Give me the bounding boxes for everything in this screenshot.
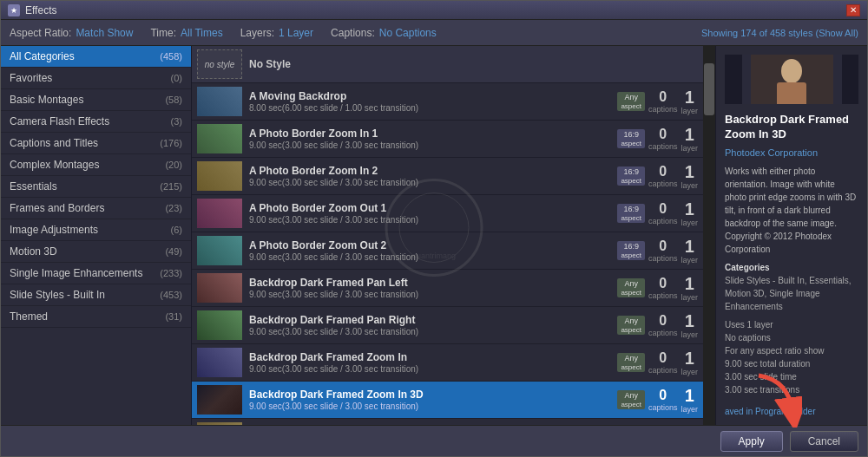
sidebar-item-essentials[interactable]: Essentials(215) <box>1 176 191 198</box>
sidebar-item-single-image-enhancements[interactable]: Single Image Enhancements(233) <box>1 263 191 284</box>
layer-col: 1 layer <box>681 126 698 153</box>
captions-col: 0 captions <box>648 277 678 300</box>
scrollbar-thumb[interactable] <box>704 63 714 115</box>
sidebar-item-basic-montages[interactable]: Basic Montages(58) <box>1 89 191 111</box>
showing-text: Showing 174 of 458 styles <box>701 28 812 38</box>
captions-col: 0 captions <box>648 202 678 225</box>
captions-col: 0 captions <box>648 165 678 188</box>
effect-row-backdrop-dark-pan-left[interactable]: Backdrop Dark Framed Pan Left 9.00 sec(3… <box>192 270 703 307</box>
effect-info: A Photo Border Zoom In 1 9.00 sec(3.00 s… <box>249 127 617 150</box>
layer-num: 1 <box>685 200 694 218</box>
effect-row-backdrop-dark-zoom-rotate[interactable]: Backdrop Dark Framed Zoom In Rotate 9.00… <box>192 419 703 425</box>
layer-col: 1 layer <box>681 312 698 339</box>
effect-duration: 9.00 sec(3.00 sec slide / 3.00 sec trans… <box>249 290 617 299</box>
detail-author[interactable]: Photodex Corporation <box>725 147 858 158</box>
effect-duration: 9.00 sec(3.00 sec slide / 3.00 sec trans… <box>249 215 617 225</box>
detail-info-line: No captions <box>725 331 858 344</box>
sidebar-item-themed[interactable]: Themed(31) <box>1 306 191 328</box>
aspect-ratio-label: Aspect Ratio: <box>10 27 71 39</box>
effect-row-photo-border-zoom-in-1[interactable]: A Photo Border Zoom In 1 9.00 sec(3.00 s… <box>192 121 703 158</box>
sidebar-item-complex-montages[interactable]: Complex Montages(20) <box>1 154 191 176</box>
cancel-button[interactable]: Cancel <box>790 431 858 452</box>
effect-info: Backdrop Dark Framed Pan Left 9.00 sec(3… <box>249 277 617 299</box>
effect-row-moving-backdrop[interactable]: A Moving Backdrop 8.00 sec(6.00 sec slid… <box>192 83 703 121</box>
captions-col: 0 captions <box>648 127 678 151</box>
scrollbar-track[interactable] <box>703 46 715 425</box>
svg-rect-4 <box>777 82 806 105</box>
captions-label: captions <box>648 142 678 151</box>
layer-col: 1 layer <box>681 200 698 227</box>
effect-row-photo-border-zoom-in-2[interactable]: A Photo Border Zoom In 2 9.00 sec(3.00 s… <box>192 158 703 195</box>
sidebar-item-count: (49) <box>165 246 182 257</box>
detail-info-section: Uses 1 layerNo captionsFor any aspect ra… <box>725 318 858 396</box>
sidebar-item-label: Captions and Titles <box>10 137 98 149</box>
layer-label: layer <box>681 293 698 302</box>
sidebar-item-count: (23) <box>165 203 182 213</box>
sidebar-item-image-adjustments[interactable]: Image Adjustments(6) <box>1 219 191 241</box>
aspect-ratio-value[interactable]: Match Show <box>76 27 133 39</box>
sidebar-item-motion-3d[interactable]: Motion 3D(49) <box>1 241 191 263</box>
time-value[interactable]: All Times <box>181 27 223 39</box>
captions-col: 0 captions <box>648 90 678 114</box>
time-label: Time: <box>150 27 176 39</box>
effect-row-no-style[interactable]: no style No Style <box>192 46 703 83</box>
effect-thumbnail <box>197 161 242 191</box>
effect-name: A Moving Backdrop <box>249 90 617 102</box>
sidebar-item-count: (176) <box>160 138 182 148</box>
sidebar-item-label: Single Image Enhancements <box>10 267 142 279</box>
effect-name: A Photo Border Zoom Out 1 <box>249 202 617 214</box>
sidebar-item-camera-flash-effects[interactable]: Camera Flash Effects(3) <box>1 111 191 133</box>
layer-label: layer <box>681 219 698 227</box>
effect-thumbnail <box>197 87 242 116</box>
layer-label: layer <box>681 256 698 264</box>
layer-label: layer <box>681 107 698 115</box>
effect-thumbnail <box>197 124 242 153</box>
effect-name: A Photo Border Zoom In 1 <box>249 127 617 140</box>
captions-col: 0 captions <box>648 239 678 263</box>
effect-row-photo-border-zoom-out-1[interactable]: A Photo Border Zoom Out 1 9.00 sec(3.00 … <box>192 195 703 232</box>
effect-row-backdrop-dark-zoom-in[interactable]: Backdrop Dark Framed Zoom In 9.00 sec(3.… <box>192 344 703 382</box>
captions-value[interactable]: No Captions <box>379 27 437 39</box>
layer-label: layer <box>681 330 698 339</box>
layer-col: 1 layer <box>681 88 698 115</box>
effect-info: Backdrop Dark Framed Zoom In 3D 9.00 sec… <box>249 388 617 411</box>
detail-info-line: 9.00 sec total duration <box>725 357 858 370</box>
captions-col: 0 captions <box>648 388 678 412</box>
sidebar-item-label: Complex Montages <box>10 159 99 171</box>
layers-value[interactable]: 1 Layer <box>279 27 313 39</box>
layer-col: 1 layer <box>681 238 698 264</box>
layer-label: layer <box>681 368 698 376</box>
apply-button[interactable]: Apply <box>720 431 783 452</box>
show-all-link[interactable]: (Show All) <box>815 28 858 38</box>
effect-info: No Style <box>249 58 698 70</box>
detail-info-line: 3.00 sec slide time <box>725 370 858 383</box>
captions-col: 0 captions <box>648 351 678 375</box>
sidebar-item-all-categories[interactable]: All Categories(458) <box>1 46 191 68</box>
effect-row-backdrop-dark-zoom-in-3d[interactable]: Backdrop Dark Framed Zoom In 3D 9.00 sec… <box>192 382 703 419</box>
captions-col: 0 captions <box>648 314 678 337</box>
detail-info-line: For any aspect ratio show <box>725 344 858 357</box>
sidebar-item-count: (58) <box>165 95 182 105</box>
effect-info: A Photo Border Zoom Out 1 9.00 sec(3.00 … <box>249 202 617 225</box>
sidebar-item-count: (0) <box>171 73 182 83</box>
layers-label: Layers: <box>240 27 274 39</box>
layer-num: 1 <box>685 126 694 143</box>
detail-location[interactable]: aved in Program Folder <box>725 407 858 416</box>
sidebar-item-captions-and-titles[interactable]: Captions and Titles(176) <box>1 133 191 154</box>
effect-duration: 9.00 sec(3.00 sec slide / 3.00 sec trans… <box>249 364 617 374</box>
effect-name: A Photo Border Zoom In 2 <box>249 165 617 177</box>
sidebar-item-favorites[interactable]: Favorites(0) <box>1 68 191 89</box>
sidebar-item-label: All Categories <box>10 50 75 62</box>
effect-thumbnail <box>197 385 242 415</box>
captions-num: 0 <box>659 314 667 328</box>
sidebar-item-slide-styles---built-in[interactable]: Slide Styles - Built In(453) <box>1 284 191 306</box>
effect-row-photo-border-zoom-out-2[interactable]: A Photo Border Zoom Out 2 9.00 sec(3.00 … <box>192 232 703 270</box>
sidebar-item-frames-and-borders[interactable]: Frames and Borders(23) <box>1 198 191 219</box>
detail-title: Backdrop Dark Framed Zoom In 3D <box>725 113 858 142</box>
close-button[interactable]: ✕ <box>846 4 860 16</box>
captions-num: 0 <box>659 202 667 216</box>
layer-num: 1 <box>685 349 694 367</box>
showing-count: Showing 174 of 458 styles (Show All) <box>701 28 858 38</box>
effect-name: No Style <box>249 58 698 70</box>
effect-row-backdrop-dark-pan-right[interactable]: Backdrop Dark Framed Pan Right 9.00 sec(… <box>192 307 703 344</box>
